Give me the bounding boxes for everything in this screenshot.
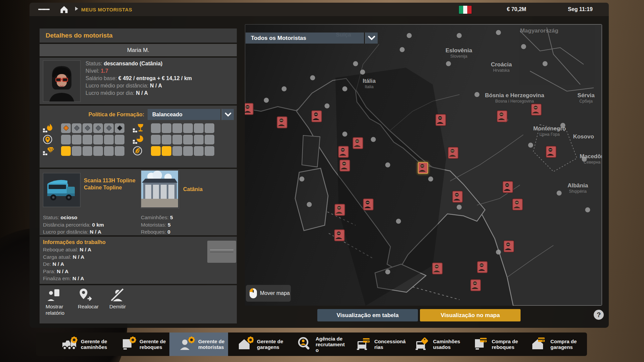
skill-level-cell — [151, 146, 161, 156]
city-dot — [496, 250, 501, 255]
garage-info-row: Motoristas: 5 — [141, 221, 173, 229]
driver-marker[interactable] — [546, 146, 556, 158]
skill-row-urgent-delivery — [133, 134, 215, 144]
job-info-row: Finaliza em: N / A — [43, 275, 237, 282]
city-dot — [542, 61, 547, 66]
skill-level-cell — [194, 135, 204, 144]
nav-item-label: Concessionárias — [374, 339, 406, 350]
nav-truck-manager[interactable]: Gerente decaminhões — [52, 333, 111, 356]
driver-details-header: Detalhes do motorista — [40, 28, 237, 43]
skill-level-cell — [72, 146, 82, 156]
move-map-button[interactable]: Mover mapa — [246, 285, 291, 302]
driver-marker[interactable] — [448, 147, 458, 159]
action-label: Mostrar relatório — [43, 303, 74, 316]
nav-buy-garages[interactable]: Compra degaragens — [522, 333, 580, 356]
skill-level-cell — [61, 146, 71, 156]
skill-row-eco-driving — [133, 146, 215, 156]
garage-thumbnail[interactable] — [141, 170, 179, 208]
driver-marker[interactable] — [504, 240, 514, 252]
driver-marker[interactable] — [334, 230, 345, 241]
nav-driver-manager[interactable]: Gerente demotoristas — [169, 333, 228, 356]
city-dot — [360, 69, 365, 74]
garage-info-row: Caminhões: 5 — [141, 214, 173, 221]
skill-level-cell — [205, 135, 214, 144]
driver-marker[interactable] — [435, 114, 446, 126]
map-view[interactable]: SuíçaMagyarországEslovêniaSlovenijaCroác… — [245, 24, 602, 306]
nav-buy-trailers[interactable]: Compra dereboques — [463, 333, 522, 356]
driver-marker[interactable] — [512, 198, 523, 210]
skill-level-cell — [194, 123, 204, 133]
city-dot — [585, 207, 590, 213]
relocate-button[interactable]: Realocar — [75, 287, 107, 322]
skill-row-high-value-cargo — [43, 146, 125, 156]
driver-marker[interactable] — [432, 263, 443, 275]
driver-marker[interactable] — [531, 104, 542, 116]
driver-marker[interactable] — [338, 146, 348, 158]
skill-level-cell — [151, 135, 161, 144]
skills-right-column — [133, 123, 215, 157]
game-screen: MEUS MOTORISTAS € 70,2M Seg 11:19 Detalh… — [0, 0, 644, 362]
location-pin-icon — [43, 135, 58, 144]
italy-flag-icon — [459, 5, 472, 14]
chevron-down-icon[interactable] — [222, 109, 234, 120]
city-dot — [428, 177, 433, 182]
game-time: Seg 11:19 — [553, 3, 607, 16]
truck-name: Scania 113H Topline Cabine Topline — [84, 177, 142, 191]
city-dot — [342, 86, 347, 92]
action-label: Realocar — [75, 303, 107, 310]
garage-name: Catânia — [183, 186, 203, 192]
skill-level-cell — [93, 135, 103, 144]
driver-manager-screen: Detalhes do motorista Maria M. Status — [30, 16, 609, 328]
help-button[interactable]: ? — [594, 310, 604, 320]
nav-garage-manager[interactable]: Gerente degaragens — [228, 333, 287, 356]
driver-skills-section: Política de Formação: Balanceado — [40, 106, 237, 168]
nav-item-label: Caminhõesusados — [433, 339, 463, 350]
skill-level-cell — [172, 123, 182, 133]
driver-marker[interactable] — [477, 261, 488, 273]
driver-marker[interactable] — [335, 204, 345, 216]
driver-marker[interactable] — [277, 117, 287, 128]
truck-thumbnail[interactable] — [43, 173, 80, 207]
menu-icon[interactable] — [38, 5, 50, 14]
show-report-button[interactable]: Mostrar relatório — [43, 287, 74, 322]
trailer-placeholder-image — [207, 241, 236, 263]
driver-marker[interactable] — [353, 137, 363, 149]
training-policy-select[interactable]: Balanceado — [148, 109, 220, 120]
driver-marker[interactable] — [245, 103, 253, 115]
skill-level-cell — [162, 146, 171, 156]
driver-marker[interactable] — [363, 198, 374, 210]
buy-garages-icon — [526, 336, 547, 353]
skill-level-cell — [183, 135, 193, 144]
skills-left-column — [43, 123, 125, 157]
driver-filter-select[interactable]: Todos os Motoristas — [246, 33, 364, 44]
city-dot — [457, 33, 462, 38]
driver-info-row: Nível: 1.7 — [86, 67, 192, 75]
driver-marker-selected[interactable] — [418, 162, 428, 174]
nav-dealerships[interactable]: Concessionárias — [345, 333, 404, 356]
driver-marker[interactable] — [502, 181, 513, 193]
truck-info-row: Status: ocioso — [43, 214, 104, 221]
driver-info-row: Status: descansando (Catânia) — [86, 60, 192, 67]
garage-info-rows: Caminhões: 5Motoristas: 5Reboques: 0 — [141, 214, 173, 236]
nav-item-label: Gerente demotoristas — [198, 339, 228, 350]
driver-marker[interactable] — [497, 110, 507, 122]
table-view-button[interactable]: Visualização em tabela — [317, 309, 418, 321]
job-info-row: Para: N / A — [43, 268, 237, 275]
city-dot — [446, 61, 451, 66]
skill-level-cell — [194, 146, 204, 156]
driver-marker[interactable] — [340, 160, 350, 171]
driver-name: Maria M. — [40, 44, 237, 56]
nav-used-trucks[interactable]: Caminhõesusados — [404, 333, 463, 356]
nav-item-label: Gerente decaminhões — [81, 339, 111, 350]
driver-marker[interactable] — [452, 191, 463, 202]
training-policy-label: Política de Formação: — [40, 109, 144, 120]
nav-trailer-manager[interactable]: Gerente dereboques — [111, 333, 169, 356]
driver-marker[interactable] — [470, 279, 481, 291]
map-view-button[interactable]: Visualização no mapa — [420, 309, 521, 321]
home-icon[interactable] — [58, 5, 70, 14]
nav-recruitment-agency[interactable]: Agência derecrutamento — [287, 333, 345, 356]
dismiss-button[interactable]: Demitir — [107, 287, 138, 322]
chevron-down-icon[interactable] — [365, 33, 378, 44]
breadcrumb-caret-icon — [74, 6, 78, 12]
driver-marker[interactable] — [312, 110, 322, 122]
